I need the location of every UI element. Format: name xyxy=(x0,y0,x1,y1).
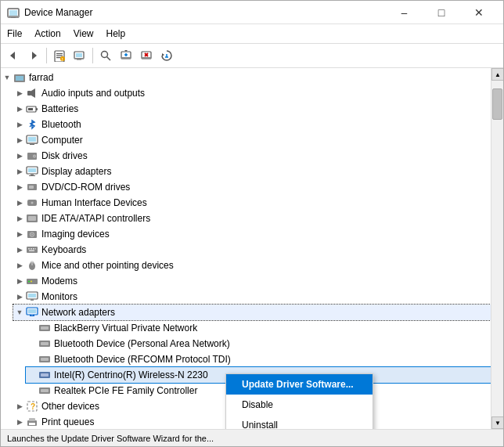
svg-marker-33 xyxy=(31,88,35,98)
computer-icon xyxy=(26,134,38,146)
tree-item-ide[interactable]: ▶ IDE ATA/ATAPI controllers xyxy=(13,211,491,226)
main-area: ▼ farrad ▶ xyxy=(1,68,503,429)
svg-rect-81 xyxy=(41,342,49,345)
ide-expand-icon: ▶ xyxy=(13,212,26,225)
search-button[interactable] xyxy=(96,46,115,65)
root-node[interactable]: ▼ farrad xyxy=(1,70,491,85)
device-manager-window: Device Manager ‒ □ ✕ File Action View He… xyxy=(0,0,504,447)
tree-item-hid[interactable]: ▶ Human Interface Devices xyxy=(13,195,491,211)
svg-rect-47 xyxy=(31,174,34,175)
other-icon: ? xyxy=(26,400,38,413)
svg-rect-46 xyxy=(28,168,36,172)
net-intel-label: Intel(R) Centrino(R) Wireless-N 2230 xyxy=(54,368,208,382)
device-mgr-button[interactable] xyxy=(70,46,89,65)
properties-button[interactable]: ! xyxy=(50,46,69,65)
computer-label: Computer xyxy=(41,133,83,147)
tree-item-mice[interactable]: ▶ Mice and other pointing devices xyxy=(13,258,491,273)
imaging-icon xyxy=(26,228,38,240)
maximize-button[interactable]: □ xyxy=(423,1,459,24)
tree-item-disk[interactable]: ▶ Disk drives xyxy=(13,148,491,164)
minimize-button[interactable]: ‒ xyxy=(386,1,422,24)
scroll-down-button[interactable]: ▼ xyxy=(491,416,503,429)
menu-view[interactable]: View xyxy=(67,26,100,41)
scan-button[interactable] xyxy=(157,46,176,65)
svg-rect-39 xyxy=(28,137,36,142)
svg-rect-71 xyxy=(28,294,36,297)
dvd-icon xyxy=(26,181,38,193)
svg-rect-50 xyxy=(29,186,34,189)
menu-help[interactable]: Help xyxy=(100,26,132,41)
display-expand-icon: ▶ xyxy=(13,165,26,178)
ctx-uninstall[interactable]: Uninstall xyxy=(226,415,373,429)
display-label: Display adapters xyxy=(41,164,111,178)
tree-item-bluetooth[interactable]: ▶ Bluetooth xyxy=(13,117,491,132)
scroll-thumb[interactable] xyxy=(492,88,502,120)
uninstall-button[interactable] xyxy=(137,46,156,65)
tree-view[interactable]: ▼ farrad ▶ xyxy=(1,68,491,429)
modem-icon xyxy=(26,275,38,287)
tree-item-net-bb[interactable]: ▶ BlackBerry Virtual Private Network xyxy=(26,320,491,336)
print-icon xyxy=(26,416,38,428)
tree-item-net-bt2[interactable]: ▶ Bluetooth Device (RFCOMM Protocol TDI) xyxy=(26,351,491,367)
svg-rect-19 xyxy=(121,57,131,59)
monitor-icon xyxy=(26,290,38,303)
tree-item-monitors[interactable]: ▶ Monitors xyxy=(13,289,491,305)
net-realtek-label: Realtek PCIe FE Family Controller xyxy=(54,384,197,398)
tree-view-outer: ▼ farrad ▶ xyxy=(1,68,503,429)
display-icon xyxy=(26,165,38,178)
ctx-update-driver[interactable]: Update Driver Software... xyxy=(226,374,373,395)
hid-label: Human Interface Devices xyxy=(41,196,147,210)
toolbar-separator-1 xyxy=(46,48,47,63)
scroll-up-button[interactable]: ▲ xyxy=(491,68,503,81)
dvd-label: DVD/CD-ROM drives xyxy=(41,180,130,194)
svg-rect-24 xyxy=(142,57,151,59)
print-label: Print queues xyxy=(41,415,94,429)
svg-rect-2 xyxy=(8,16,19,17)
add-button[interactable] xyxy=(117,46,135,65)
tree-item-imaging[interactable]: ▶ Imaging devices xyxy=(13,226,491,242)
close-button[interactable]: ✕ xyxy=(461,1,497,24)
svg-text:?: ? xyxy=(31,402,35,411)
svg-rect-87 xyxy=(41,389,49,392)
mice-label: Mice and other pointing devices xyxy=(41,258,174,272)
tree-item-network[interactable]: ▼ Network adapters xyxy=(13,305,491,320)
vertical-scrollbar[interactable]: ▲ ▼ xyxy=(491,68,503,429)
back-button[interactable] xyxy=(4,46,23,65)
context-menu: Update Driver Software... Disable Uninst… xyxy=(225,373,373,429)
svg-point-68 xyxy=(28,281,30,283)
menu-file[interactable]: File xyxy=(1,26,28,41)
ide-label: IDE ATA/ATAPI controllers xyxy=(41,211,150,225)
ctx-disable[interactable]: Disable xyxy=(226,395,373,415)
computer-expand-icon: ▶ xyxy=(13,134,26,146)
tree-item-net-bt1[interactable]: ▶ Bluetooth Device (Personal Area Networ… xyxy=(26,336,491,351)
tree-item-computer[interactable]: ▶ Computer xyxy=(13,132,491,148)
svg-rect-14 xyxy=(74,58,84,59)
audio-expand-icon: ▶ xyxy=(13,87,26,99)
modems-expand-icon: ▶ xyxy=(13,275,26,287)
menu-action[interactable]: Action xyxy=(28,26,67,41)
bluetooth-icon xyxy=(26,118,38,131)
svg-rect-60 xyxy=(31,248,32,250)
tree-item-modems[interactable]: ▶ Modems xyxy=(13,273,491,289)
net-bt1-label: Bluetooth Device (Personal Area Network) xyxy=(54,337,230,351)
window-title: Device Manager xyxy=(24,7,386,18)
scroll-track[interactable] xyxy=(491,81,503,416)
print-expand-icon: ▶ xyxy=(13,416,26,428)
svg-marker-5 xyxy=(32,52,37,59)
mouse-icon xyxy=(26,259,38,272)
svg-rect-41 xyxy=(30,144,34,145)
tree-item-display[interactable]: ▶ Display adapters xyxy=(13,164,491,179)
svg-rect-91 xyxy=(29,418,35,421)
svg-rect-13 xyxy=(76,53,82,57)
imaging-expand-icon: ▶ xyxy=(13,228,26,240)
tree-item-batteries[interactable]: ▶ Batteries xyxy=(13,101,491,117)
tree-item-keyboards[interactable]: ▶ Keyboards xyxy=(13,242,491,258)
root-label: farrad xyxy=(29,70,53,85)
tree-item-dvd[interactable]: ▶ DVD/CD-ROM drives xyxy=(13,179,491,195)
tree-item-audio[interactable]: ▶ Audio inputs and outputs xyxy=(13,85,491,101)
svg-rect-9 xyxy=(56,57,61,58)
monitors-expand-icon: ▶ xyxy=(13,290,26,303)
network-expand-icon: ▼ xyxy=(13,306,26,319)
forward-button[interactable] xyxy=(24,46,43,65)
mice-expand-icon: ▶ xyxy=(13,259,26,272)
